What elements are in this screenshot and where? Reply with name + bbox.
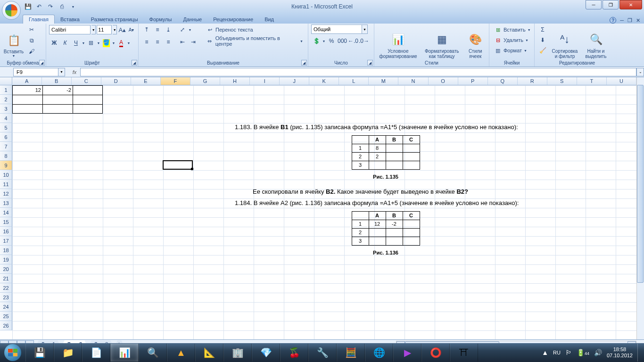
- fill-icon[interactable]: ⬇: [537, 35, 548, 45]
- office-button[interactable]: [2, 1, 21, 20]
- row-header[interactable]: 26: [0, 321, 12, 330]
- vertical-scrollbar[interactable]: [636, 77, 644, 339]
- fill-color-icon[interactable]: 🪣: [101, 38, 111, 48]
- column-header[interactable]: Q: [488, 77, 518, 85]
- column-header[interactable]: L: [339, 77, 369, 85]
- minimize-ribbon-icon[interactable]: ─: [620, 17, 624, 23]
- bold-icon[interactable]: Ж: [49, 38, 59, 48]
- align-middle-icon[interactable]: ≡: [152, 25, 163, 35]
- align-left-icon[interactable]: ≡: [141, 37, 152, 47]
- help-icon[interactable]: ?: [610, 17, 616, 24]
- tab-home[interactable]: Главная: [23, 15, 55, 24]
- number-format-input[interactable]: [311, 25, 362, 34]
- row-header[interactable]: 7: [0, 142, 12, 151]
- tab-view[interactable]: Вид: [259, 15, 280, 24]
- align-bottom-icon[interactable]: ⤓: [163, 25, 173, 35]
- task-app7-icon[interactable]: ▶: [393, 344, 421, 362]
- comma-icon[interactable]: 000: [337, 36, 347, 46]
- tray-clock[interactable]: 18:58 07.10.2012: [607, 346, 633, 359]
- clear-icon[interactable]: 🧹: [537, 45, 548, 56]
- task-calc-icon[interactable]: 🧮: [337, 344, 365, 362]
- tab-insert[interactable]: Вставка: [55, 15, 85, 24]
- column-header[interactable]: P: [458, 77, 488, 85]
- tray-language[interactable]: RU: [553, 350, 561, 355]
- borders-dropdown-icon[interactable]: ▼: [97, 38, 100, 48]
- task-explorer-icon[interactable]: 📁: [54, 344, 82, 362]
- task-app6-icon[interactable]: 🔧: [308, 344, 337, 362]
- column-header[interactable]: C: [72, 77, 101, 85]
- name-box[interactable]: F9: [13, 68, 58, 76]
- format-painter-icon[interactable]: 🖌: [26, 46, 37, 57]
- restore-window-icon[interactable]: ❐: [627, 17, 632, 24]
- tab-formulas[interactable]: Формулы: [144, 15, 178, 24]
- italic-icon[interactable]: К: [60, 38, 70, 48]
- row-header[interactable]: 9: [0, 161, 12, 170]
- task-app8-icon[interactable]: ⛩: [450, 344, 478, 362]
- percent-icon[interactable]: %: [326, 36, 337, 46]
- row-header[interactable]: 5: [0, 123, 12, 132]
- fill-dropdown-icon[interactable]: ▼: [112, 38, 116, 48]
- maximize-button[interactable]: ❐: [603, 0, 619, 9]
- row-header[interactable]: 23: [0, 293, 12, 302]
- embedded-textbook-image[interactable]: 1.183. В ячейке B1 (рис. 1.135) записана…: [235, 123, 537, 263]
- increase-indent-icon[interactable]: ⇥: [188, 37, 198, 47]
- minimize-button[interactable]: ─: [586, 0, 602, 9]
- column-header[interactable]: O: [429, 77, 458, 85]
- column-header[interactable]: J: [280, 77, 309, 85]
- row-header[interactable]: 21: [0, 274, 12, 283]
- tray-show-hidden-icon[interactable]: ▲: [542, 349, 548, 356]
- font-name-dropdown-icon[interactable]: ▼: [91, 25, 96, 34]
- column-header[interactable]: I: [250, 77, 280, 85]
- close-workbook-icon[interactable]: ✕: [636, 17, 640, 24]
- clipboard-dialog-icon[interactable]: ◢: [39, 60, 45, 66]
- fx-icon[interactable]: fx: [69, 68, 80, 76]
- column-header[interactable]: T: [577, 77, 607, 85]
- column-header[interactable]: K: [309, 77, 339, 85]
- column-header[interactable]: H: [220, 77, 250, 85]
- font-dialog-icon[interactable]: ◢: [132, 60, 137, 66]
- tab-page-layout[interactable]: Разметка страницы: [85, 15, 144, 24]
- wrap-text-button[interactable]: ↩Перенос текста: [204, 25, 305, 35]
- currency-icon[interactable]: 💲: [311, 36, 322, 46]
- column-header[interactable]: B: [42, 77, 72, 85]
- tray-volume-icon[interactable]: 🔊: [594, 349, 602, 356]
- autosum-icon[interactable]: Σ: [537, 25, 548, 35]
- row-header[interactable]: 15: [0, 217, 12, 227]
- currency-dropdown-icon[interactable]: ▼: [322, 36, 326, 46]
- formula-input[interactable]: [80, 68, 636, 76]
- start-button[interactable]: [0, 343, 25, 362]
- column-header[interactable]: N: [398, 77, 428, 85]
- row-header[interactable]: 19: [0, 255, 12, 264]
- show-desktop-button[interactable]: [637, 344, 641, 362]
- shrink-font-icon[interactable]: A▾: [127, 25, 135, 35]
- orientation-dropdown-icon[interactable]: ▼: [188, 25, 192, 35]
- underline-icon[interactable]: Ч: [71, 38, 81, 48]
- task-aimp-icon[interactable]: ▲: [167, 344, 195, 362]
- row-header[interactable]: 6: [0, 132, 12, 142]
- column-header[interactable]: D: [101, 77, 131, 85]
- column-header[interactable]: F: [161, 77, 190, 85]
- copy-icon[interactable]: ⧉: [26, 35, 37, 46]
- spreadsheet-grid[interactable]: ABCDEFGHIJKLMNOPQRSTU 123456789101112131…: [0, 77, 644, 339]
- font-size-input[interactable]: [97, 25, 112, 34]
- delete-cells-button[interactable]: ⊟Удалить▼: [492, 35, 533, 45]
- row-header[interactable]: 4: [0, 114, 12, 123]
- tray-battery-icon[interactable]: 🔋44: [577, 349, 589, 356]
- align-top-icon[interactable]: ⤒: [141, 25, 152, 35]
- column-header[interactable]: M: [369, 77, 398, 85]
- format-cells-button[interactable]: ▥Формат▼: [492, 45, 533, 56]
- undo-icon[interactable]: ↶: [34, 1, 44, 12]
- decrease-indent-icon[interactable]: ⇤: [177, 37, 188, 47]
- row-header[interactable]: 2: [0, 95, 12, 104]
- task-save-icon[interactable]: 💾: [25, 344, 54, 362]
- task-app3-icon[interactable]: 🏢: [223, 344, 252, 362]
- tray-flag-icon[interactable]: 🏳: [565, 349, 572, 356]
- expand-formula-bar-icon[interactable]: ⌄: [636, 68, 644, 76]
- orientation-icon[interactable]: ⤢: [177, 25, 188, 35]
- column-header[interactable]: E: [131, 77, 161, 85]
- task-app4-icon[interactable]: 💎: [252, 344, 280, 362]
- tab-review[interactable]: Рецензирование: [207, 15, 259, 24]
- row-header[interactable]: 25: [0, 312, 12, 321]
- column-header[interactable]: S: [547, 77, 577, 85]
- row-header[interactable]: 17: [0, 236, 12, 246]
